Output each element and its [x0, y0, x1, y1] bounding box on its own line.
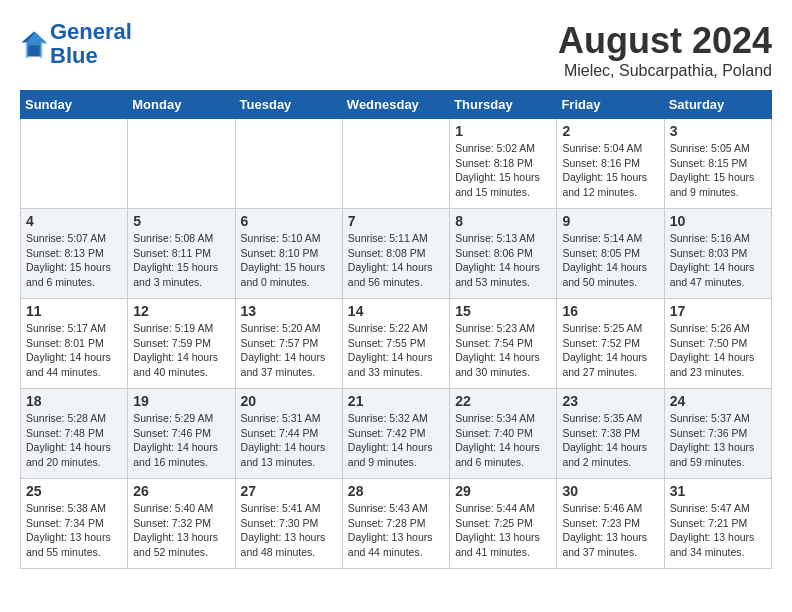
day-info: Sunrise: 5:29 AM Sunset: 7:46 PM Dayligh…	[133, 411, 229, 470]
calendar-header-row: SundayMondayTuesdayWednesdayThursdayFrid…	[21, 91, 772, 119]
calendar-cell: 20Sunrise: 5:31 AM Sunset: 7:44 PM Dayli…	[235, 389, 342, 479]
day-info: Sunrise: 5:13 AM Sunset: 8:06 PM Dayligh…	[455, 231, 551, 290]
day-info: Sunrise: 5:40 AM Sunset: 7:32 PM Dayligh…	[133, 501, 229, 560]
day-number: 15	[455, 303, 551, 319]
day-number: 29	[455, 483, 551, 499]
calendar-cell: 2Sunrise: 5:04 AM Sunset: 8:16 PM Daylig…	[557, 119, 664, 209]
logo-line1: General	[50, 19, 132, 44]
calendar-cell: 24Sunrise: 5:37 AM Sunset: 7:36 PM Dayli…	[664, 389, 771, 479]
day-number: 18	[26, 393, 122, 409]
calendar-cell: 6Sunrise: 5:10 AM Sunset: 8:10 PM Daylig…	[235, 209, 342, 299]
day-number: 5	[133, 213, 229, 229]
calendar-cell: 9Sunrise: 5:14 AM Sunset: 8:05 PM Daylig…	[557, 209, 664, 299]
day-info: Sunrise: 5:16 AM Sunset: 8:03 PM Dayligh…	[670, 231, 766, 290]
day-number: 8	[455, 213, 551, 229]
calendar-cell: 18Sunrise: 5:28 AM Sunset: 7:48 PM Dayli…	[21, 389, 128, 479]
day-info: Sunrise: 5:37 AM Sunset: 7:36 PM Dayligh…	[670, 411, 766, 470]
calendar-cell	[128, 119, 235, 209]
calendar-cell: 13Sunrise: 5:20 AM Sunset: 7:57 PM Dayli…	[235, 299, 342, 389]
day-info: Sunrise: 5:22 AM Sunset: 7:55 PM Dayligh…	[348, 321, 444, 380]
day-number: 23	[562, 393, 658, 409]
day-number: 16	[562, 303, 658, 319]
day-number: 9	[562, 213, 658, 229]
day-number: 13	[241, 303, 337, 319]
calendar-cell: 27Sunrise: 5:41 AM Sunset: 7:30 PM Dayli…	[235, 479, 342, 569]
calendar-week-row: 18Sunrise: 5:28 AM Sunset: 7:48 PM Dayli…	[21, 389, 772, 479]
day-info: Sunrise: 5:46 AM Sunset: 7:23 PM Dayligh…	[562, 501, 658, 560]
calendar-cell: 14Sunrise: 5:22 AM Sunset: 7:55 PM Dayli…	[342, 299, 449, 389]
calendar-cell: 1Sunrise: 5:02 AM Sunset: 8:18 PM Daylig…	[450, 119, 557, 209]
day-number: 26	[133, 483, 229, 499]
day-number: 22	[455, 393, 551, 409]
weekday-header: Monday	[128, 91, 235, 119]
day-info: Sunrise: 5:19 AM Sunset: 7:59 PM Dayligh…	[133, 321, 229, 380]
day-number: 2	[562, 123, 658, 139]
day-number: 4	[26, 213, 122, 229]
weekday-header: Thursday	[450, 91, 557, 119]
main-title: August 2024	[558, 20, 772, 62]
day-number: 25	[26, 483, 122, 499]
day-info: Sunrise: 5:23 AM Sunset: 7:54 PM Dayligh…	[455, 321, 551, 380]
day-info: Sunrise: 5:10 AM Sunset: 8:10 PM Dayligh…	[241, 231, 337, 290]
calendar-cell: 12Sunrise: 5:19 AM Sunset: 7:59 PM Dayli…	[128, 299, 235, 389]
day-info: Sunrise: 5:32 AM Sunset: 7:42 PM Dayligh…	[348, 411, 444, 470]
calendar-cell: 7Sunrise: 5:11 AM Sunset: 8:08 PM Daylig…	[342, 209, 449, 299]
day-info: Sunrise: 5:02 AM Sunset: 8:18 PM Dayligh…	[455, 141, 551, 200]
day-info: Sunrise: 5:08 AM Sunset: 8:11 PM Dayligh…	[133, 231, 229, 290]
calendar-cell: 23Sunrise: 5:35 AM Sunset: 7:38 PM Dayli…	[557, 389, 664, 479]
title-block: August 2024 Mielec, Subcarpathia, Poland	[558, 20, 772, 80]
calendar-cell: 17Sunrise: 5:26 AM Sunset: 7:50 PM Dayli…	[664, 299, 771, 389]
day-info: Sunrise: 5:17 AM Sunset: 8:01 PM Dayligh…	[26, 321, 122, 380]
day-number: 19	[133, 393, 229, 409]
page-header: General Blue August 2024 Mielec, Subcarp…	[20, 20, 772, 80]
weekday-header: Saturday	[664, 91, 771, 119]
day-number: 31	[670, 483, 766, 499]
day-info: Sunrise: 5:28 AM Sunset: 7:48 PM Dayligh…	[26, 411, 122, 470]
logo: General Blue	[20, 20, 132, 68]
day-info: Sunrise: 5:14 AM Sunset: 8:05 PM Dayligh…	[562, 231, 658, 290]
day-number: 30	[562, 483, 658, 499]
day-info: Sunrise: 5:07 AM Sunset: 8:13 PM Dayligh…	[26, 231, 122, 290]
day-info: Sunrise: 5:05 AM Sunset: 8:15 PM Dayligh…	[670, 141, 766, 200]
day-number: 10	[670, 213, 766, 229]
day-number: 7	[348, 213, 444, 229]
calendar-cell	[235, 119, 342, 209]
day-number: 1	[455, 123, 551, 139]
day-number: 20	[241, 393, 337, 409]
day-number: 28	[348, 483, 444, 499]
day-info: Sunrise: 5:25 AM Sunset: 7:52 PM Dayligh…	[562, 321, 658, 380]
day-info: Sunrise: 5:31 AM Sunset: 7:44 PM Dayligh…	[241, 411, 337, 470]
day-info: Sunrise: 5:44 AM Sunset: 7:25 PM Dayligh…	[455, 501, 551, 560]
day-info: Sunrise: 5:04 AM Sunset: 8:16 PM Dayligh…	[562, 141, 658, 200]
calendar-week-row: 11Sunrise: 5:17 AM Sunset: 8:01 PM Dayli…	[21, 299, 772, 389]
calendar-table: SundayMondayTuesdayWednesdayThursdayFrid…	[20, 90, 772, 569]
calendar-cell: 29Sunrise: 5:44 AM Sunset: 7:25 PM Dayli…	[450, 479, 557, 569]
day-number: 24	[670, 393, 766, 409]
calendar-cell: 3Sunrise: 5:05 AM Sunset: 8:15 PM Daylig…	[664, 119, 771, 209]
weekday-header: Sunday	[21, 91, 128, 119]
calendar-cell: 30Sunrise: 5:46 AM Sunset: 7:23 PM Dayli…	[557, 479, 664, 569]
logo-text: General Blue	[50, 20, 132, 68]
day-info: Sunrise: 5:34 AM Sunset: 7:40 PM Dayligh…	[455, 411, 551, 470]
weekday-header: Tuesday	[235, 91, 342, 119]
calendar-week-row: 1Sunrise: 5:02 AM Sunset: 8:18 PM Daylig…	[21, 119, 772, 209]
calendar-cell: 26Sunrise: 5:40 AM Sunset: 7:32 PM Dayli…	[128, 479, 235, 569]
calendar-cell: 10Sunrise: 5:16 AM Sunset: 8:03 PM Dayli…	[664, 209, 771, 299]
weekday-header: Friday	[557, 91, 664, 119]
day-number: 6	[241, 213, 337, 229]
day-info: Sunrise: 5:38 AM Sunset: 7:34 PM Dayligh…	[26, 501, 122, 560]
calendar-cell: 25Sunrise: 5:38 AM Sunset: 7:34 PM Dayli…	[21, 479, 128, 569]
day-info: Sunrise: 5:20 AM Sunset: 7:57 PM Dayligh…	[241, 321, 337, 380]
day-number: 14	[348, 303, 444, 319]
day-info: Sunrise: 5:47 AM Sunset: 7:21 PM Dayligh…	[670, 501, 766, 560]
calendar-cell: 8Sunrise: 5:13 AM Sunset: 8:06 PM Daylig…	[450, 209, 557, 299]
calendar-cell: 11Sunrise: 5:17 AM Sunset: 8:01 PM Dayli…	[21, 299, 128, 389]
day-number: 17	[670, 303, 766, 319]
day-info: Sunrise: 5:11 AM Sunset: 8:08 PM Dayligh…	[348, 231, 444, 290]
calendar-cell	[21, 119, 128, 209]
day-info: Sunrise: 5:35 AM Sunset: 7:38 PM Dayligh…	[562, 411, 658, 470]
calendar-week-row: 25Sunrise: 5:38 AM Sunset: 7:34 PM Dayli…	[21, 479, 772, 569]
calendar-cell: 15Sunrise: 5:23 AM Sunset: 7:54 PM Dayli…	[450, 299, 557, 389]
day-number: 27	[241, 483, 337, 499]
day-number: 21	[348, 393, 444, 409]
